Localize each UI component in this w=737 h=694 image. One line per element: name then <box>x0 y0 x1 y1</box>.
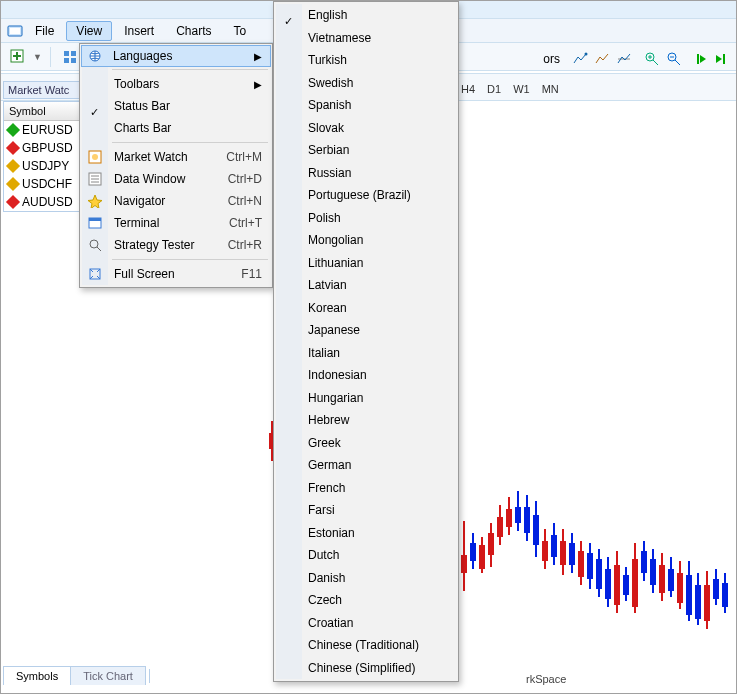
app-icon <box>7 23 23 39</box>
language-item[interactable]: French <box>276 477 456 500</box>
indicator3-icon[interactable] <box>616 51 632 67</box>
language-label: Vietnamese <box>308 31 371 45</box>
language-item[interactable]: Serbian <box>276 139 456 162</box>
bottom-tabs: Symbols Tick Chart <box>3 666 150 685</box>
language-item[interactable]: Mongolian <box>276 229 456 252</box>
languages-submenu: EnglishVietnameseTurkishSwedishSpanishSl… <box>273 1 459 682</box>
svg-rect-1 <box>10 28 20 34</box>
direction-icon <box>6 177 20 191</box>
tab-symbols[interactable]: Symbols <box>3 666 71 685</box>
timeframe-row: H4 D1 W1 MN <box>457 81 563 97</box>
direction-icon <box>6 123 20 137</box>
menu-charts-bar[interactable]: Charts Bar <box>82 117 270 139</box>
language-label: Mongolian <box>308 233 363 247</box>
language-item[interactable]: Korean <box>276 297 456 320</box>
svg-point-7 <box>585 53 588 56</box>
language-label: French <box>308 481 345 495</box>
language-label: Farsi <box>308 503 335 517</box>
symbol-name: GBPUSD <box>22 141 73 155</box>
zoom-in-icon[interactable] <box>644 51 660 67</box>
direction-icon <box>6 141 20 155</box>
menu-file[interactable]: File <box>25 21 64 41</box>
language-item[interactable]: Russian <box>276 162 456 185</box>
menu-data-window[interactable]: Data Window Ctrl+D <box>82 168 270 190</box>
language-item[interactable]: Chinese (Traditional) <box>276 634 456 657</box>
submenu-arrow-icon: ▶ <box>254 51 262 62</box>
language-label: Greek <box>308 436 341 450</box>
language-label: German <box>308 458 351 472</box>
tf-w1[interactable]: W1 <box>509 81 534 97</box>
menu-navigator[interactable]: Navigator Ctrl+N <box>82 190 270 212</box>
language-item[interactable]: Hungarian <box>276 387 456 410</box>
language-label: Spanish <box>308 98 351 112</box>
menu-market-watch[interactable]: Market Watch Ctrl+M <box>82 146 270 168</box>
language-item[interactable]: English <box>276 4 456 27</box>
strategy-tester-icon <box>87 237 103 253</box>
language-item[interactable]: Estonian <box>276 522 456 545</box>
language-item[interactable]: Japanese <box>276 319 456 342</box>
menu-terminal[interactable]: Terminal Ctrl+T <box>82 212 270 234</box>
language-item[interactable]: Latvian <box>276 274 456 297</box>
indicator1-icon[interactable] <box>572 51 588 67</box>
language-label: Slovak <box>308 121 344 135</box>
language-item[interactable]: Turkish <box>276 49 456 72</box>
language-item[interactable]: Spanish <box>276 94 456 117</box>
language-item[interactable]: Farsi <box>276 499 456 522</box>
fullscreen-icon <box>87 266 103 282</box>
language-label: Hungarian <box>308 391 363 405</box>
language-item[interactable]: Slovak <box>276 117 456 140</box>
language-item[interactable]: Czech <box>276 589 456 612</box>
language-item[interactable]: German <box>276 454 456 477</box>
language-item[interactable]: Vietnamese <box>276 27 456 50</box>
language-item[interactable]: Italian <box>276 342 456 365</box>
menu-view[interactable]: View <box>66 21 112 41</box>
menu-status-bar[interactable]: Status Bar <box>82 95 270 117</box>
language-item[interactable]: Indonesian <box>276 364 456 387</box>
language-label: Japanese <box>308 323 360 337</box>
language-item[interactable]: Portuguese (Brazil) <box>276 184 456 207</box>
menu-strategy-tester[interactable]: Strategy Tester Ctrl+R <box>82 234 270 256</box>
svg-point-16 <box>90 240 98 248</box>
svg-rect-5 <box>64 58 69 63</box>
menu-charts[interactable]: Charts <box>166 21 221 41</box>
indicator2-icon[interactable] <box>594 51 610 67</box>
submenu-arrow-icon: ▶ <box>254 79 262 90</box>
step-back-icon[interactable] <box>694 52 708 66</box>
language-item[interactable]: Chinese (Simplified) <box>276 657 456 680</box>
language-item[interactable]: Hebrew <box>276 409 456 432</box>
step-fwd-icon[interactable] <box>714 52 728 66</box>
toolbar-txt[interactable]: ors <box>543 52 560 66</box>
language-label: Hebrew <box>308 413 349 427</box>
language-item[interactable]: Lithuanian <box>276 252 456 275</box>
svg-rect-6 <box>71 58 76 63</box>
tf-mn[interactable]: MN <box>538 81 563 97</box>
language-label: Chinese (Simplified) <box>308 661 415 675</box>
menu-languages-label: Languages <box>113 49 172 63</box>
language-label: Danish <box>308 571 345 585</box>
language-label: Croatian <box>308 616 353 630</box>
svg-rect-3 <box>64 51 69 56</box>
menu-full-screen[interactable]: Full Screen F11 <box>82 263 270 285</box>
language-label: English <box>308 8 347 22</box>
language-item[interactable]: Croatian <box>276 612 456 635</box>
zoom-out-icon[interactable] <box>666 51 682 67</box>
menu-languages[interactable]: Languages ▶ <box>81 45 271 67</box>
language-item[interactable]: Polish <box>276 207 456 230</box>
tf-d1[interactable]: D1 <box>483 81 505 97</box>
language-item[interactable]: Greek <box>276 432 456 455</box>
new-chart-icon[interactable] <box>7 46 29 68</box>
dropdown-arrow-icon[interactable]: ▼ <box>33 52 42 62</box>
navigator-icon <box>87 193 103 209</box>
language-item[interactable]: Danish <box>276 567 456 590</box>
workspace-label: rkSpace <box>526 673 566 685</box>
menu-insert[interactable]: Insert <box>114 21 164 41</box>
menu-tools[interactable]: To <box>224 21 257 41</box>
profiles-icon[interactable] <box>59 46 81 68</box>
menu-toolbars[interactable]: Toolbars ▶ <box>82 73 270 95</box>
candlestick-chart[interactable] <box>461 331 733 631</box>
language-item[interactable]: Swedish <box>276 72 456 95</box>
view-dropdown: Languages ▶ Toolbars ▶ Status Bar Charts… <box>79 43 273 288</box>
tf-h4[interactable]: H4 <box>457 81 479 97</box>
language-item[interactable]: Dutch <box>276 544 456 567</box>
tab-tick-chart[interactable]: Tick Chart <box>70 666 146 685</box>
